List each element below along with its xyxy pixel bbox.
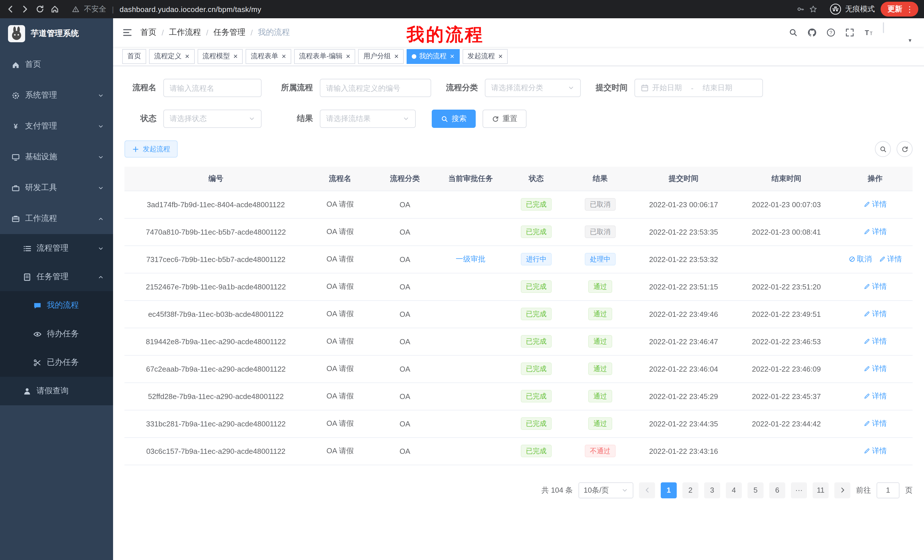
detail-action-link[interactable]: 详情 xyxy=(864,309,887,319)
security-warning-icon[interactable] xyxy=(72,5,80,13)
detail-action-link[interactable]: 详情 xyxy=(864,227,887,237)
page-button[interactable]: 4 xyxy=(726,482,742,498)
result-select[interactable]: 请选择流结果 xyxy=(320,109,416,128)
tab-close-icon[interactable]: × xyxy=(394,52,399,60)
detail-action-link[interactable]: 详情 xyxy=(864,281,887,292)
update-button[interactable]: 更新 ⋮ xyxy=(880,2,918,16)
tab-item[interactable]: 发起流程× xyxy=(462,49,508,64)
cancel-action-link[interactable]: 取消 xyxy=(848,254,872,264)
sidebar-item[interactable]: 研发工具 xyxy=(0,172,113,203)
sidebar-item[interactable]: 我的流程 xyxy=(0,291,113,320)
browser-menu-icon[interactable]: ⋮ xyxy=(906,4,914,14)
search-icon xyxy=(879,145,886,153)
page-button[interactable]: 2 xyxy=(682,482,698,498)
detail-action-link[interactable]: 详情 xyxy=(864,336,887,346)
page-button[interactable]: 3 xyxy=(704,482,720,498)
detail-action-link[interactable]: 详情 xyxy=(879,254,902,264)
sidebar-item[interactable]: 系统管理 xyxy=(0,80,113,111)
sidebar-item[interactable]: 工作流程 xyxy=(0,203,113,234)
user-avatar[interactable]: ▾ xyxy=(883,23,909,42)
fullscreen-icon[interactable] xyxy=(845,28,854,37)
sidebar-item[interactable]: 基础设施 xyxy=(0,142,113,172)
detail-action-link[interactable]: 详情 xyxy=(864,199,887,210)
cell-end-time xyxy=(735,437,838,465)
result-tag: 通过 xyxy=(588,280,612,293)
sidebar-item-label: 系统管理 xyxy=(25,90,57,100)
bookmark-star-icon[interactable] xyxy=(809,5,817,13)
next-page-button[interactable] xyxy=(834,482,850,498)
tab-close-icon[interactable]: × xyxy=(233,52,238,60)
breadcrumb-item[interactable]: 任务管理 xyxy=(214,27,246,38)
detail-action-link[interactable]: 详情 xyxy=(864,418,887,429)
tab-item[interactable]: 流程表单× xyxy=(246,49,291,64)
tab-item[interactable]: 流程定义× xyxy=(149,49,195,64)
detail-action-link[interactable]: 详情 xyxy=(864,391,887,401)
reset-button[interactable]: 重置 xyxy=(483,109,526,128)
sidebar-item[interactable]: 任务管理 xyxy=(0,263,113,291)
page-button[interactable]: 6 xyxy=(769,482,785,498)
tab-label: 流程表单-编辑 xyxy=(299,51,343,61)
result-tag: 通过 xyxy=(588,417,612,430)
forward-icon[interactable] xyxy=(21,4,30,14)
process-name-input[interactable] xyxy=(164,79,261,97)
tab-item[interactable]: 流程表单-编辑× xyxy=(294,49,356,64)
tab-item[interactable]: 我的流程× xyxy=(406,49,459,64)
sidebar-item[interactable]: 已办任务 xyxy=(0,348,113,377)
tab-item[interactable]: 首页 xyxy=(122,49,146,64)
tab-close-icon[interactable]: × xyxy=(185,52,189,60)
prev-page-button[interactable] xyxy=(639,482,655,498)
search-button[interactable]: 搜索 xyxy=(432,109,476,128)
tab-close-icon[interactable]: × xyxy=(450,52,454,60)
current-task-link[interactable]: 一级审批 xyxy=(456,255,485,263)
page-button[interactable]: 11 xyxy=(813,482,829,498)
edit-icon xyxy=(864,448,870,454)
sidebar-item[interactable]: 请假查询 xyxy=(0,377,113,405)
tab-close-icon[interactable]: × xyxy=(498,52,502,60)
tab-item[interactable]: 流程模型× xyxy=(197,49,243,64)
browser-home-icon[interactable] xyxy=(50,4,59,14)
cell-actions: 详情 xyxy=(838,218,913,246)
toggle-search-button[interactable] xyxy=(875,141,891,157)
cell-current-task xyxy=(437,218,504,246)
category-select[interactable]: 请选择流程分类 xyxy=(485,79,581,97)
sidebar-item[interactable]: 待办任务 xyxy=(0,320,113,348)
column-header: 结果 xyxy=(568,167,632,191)
page-button[interactable]: 1 xyxy=(661,482,677,498)
search-icon[interactable] xyxy=(789,28,798,37)
sidebar-item[interactable]: 首页 xyxy=(0,49,113,80)
page-button[interactable]: 5 xyxy=(747,482,764,498)
cell-process-id: 819442e8-7b9a-11ec-a290-acde48001122 xyxy=(124,328,307,355)
address-bar[interactable]: 不安全 | dashboard.yudao.iocoder.cn/bpm/tas… xyxy=(65,1,824,17)
detail-action-link[interactable]: 详情 xyxy=(864,446,887,456)
create-process-button[interactable]: 发起流程 xyxy=(124,141,178,157)
goto-page-input[interactable] xyxy=(877,482,900,498)
github-icon[interactable] xyxy=(807,28,817,37)
help-icon[interactable]: ? xyxy=(826,28,836,37)
reload-icon[interactable] xyxy=(35,4,45,14)
tab-close-icon[interactable]: × xyxy=(346,52,350,60)
status-select[interactable]: 请选择状态 xyxy=(164,109,261,128)
chevron-up-icon xyxy=(98,216,104,222)
sidebar-item[interactable]: 流程管理 xyxy=(0,234,113,263)
back-icon[interactable] xyxy=(6,4,15,14)
cell-process-id: ec45f38f-7b9a-11ec-b03b-acde48001122 xyxy=(124,300,307,328)
chevron-down-icon xyxy=(98,245,104,252)
sidebar-toggle-icon[interactable] xyxy=(122,27,132,38)
breadcrumb-item[interactable]: 工作流程 xyxy=(169,27,201,38)
sidebar-item[interactable]: ¥支付管理 xyxy=(0,111,113,142)
more-pages-button[interactable]: ··· xyxy=(791,482,807,498)
table-row: 331bc281-7b9a-11ec-a290-acde48001122OA 请… xyxy=(124,410,913,437)
refresh-table-button[interactable] xyxy=(897,141,913,157)
edit-icon xyxy=(864,310,870,317)
tab-close-icon[interactable]: × xyxy=(282,52,286,60)
app-logo[interactable]: 芋道管理系统 xyxy=(0,18,113,49)
tab-item[interactable]: 用户分组× xyxy=(358,49,404,64)
breadcrumb-item[interactable]: 首页 xyxy=(141,27,156,38)
page-size-select[interactable]: 10条/页 xyxy=(579,482,633,498)
cell-process-id: 7317cec6-7b9b-11ec-b5b7-acde48001122 xyxy=(124,246,307,273)
process-def-input[interactable] xyxy=(320,79,431,97)
detail-action-link[interactable]: 详情 xyxy=(864,364,887,374)
submit-time-range[interactable]: 开始日期 - 结束日期 xyxy=(634,79,763,97)
font-size-icon[interactable]: TT xyxy=(864,28,873,37)
key-icon[interactable] xyxy=(796,5,805,13)
